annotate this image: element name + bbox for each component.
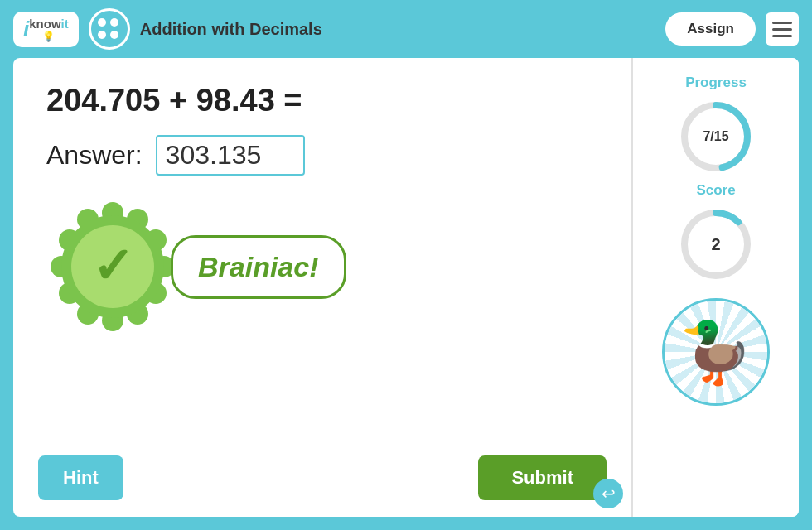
logo-it: it [61,17,69,31]
duck-emoji: 🦆 [679,317,753,388]
logo-i: i [23,17,29,42]
back-icon: ↩ [602,484,616,504]
progress-ring: 7/15 [679,99,753,174]
main-content: 204.705 + 98.43 = Answer: [13,58,799,517]
dice-dots [98,18,120,41]
score-value: 2 [711,235,720,254]
score-ring: 2 [679,207,753,282]
svg-text:✓: ✓ [92,238,133,294]
hamburger-line-2 [772,28,792,31]
app-logo: i know it 💡 [13,12,79,47]
progress-label: Progress [685,75,747,91]
sidebar: Progress 7/15 Score 2 🦆 [633,58,799,517]
dice-icon [89,8,130,50]
logo-know: know [29,17,60,31]
dot-1 [98,18,106,26]
scallop-svg: ✓ [46,200,179,333]
header-actions: Assign [665,12,799,46]
duck-mascot: 🦆 [662,298,770,406]
dot-2 [110,18,118,26]
dot-3 [98,31,106,39]
hamburger-line-3 [772,35,792,37]
logo-bulb: 💡 [29,31,69,42]
app-header: i know it 💡 Addition with Decimals Assig… [0,0,812,58]
hamburger-line-1 [772,22,792,24]
score-label: Score [696,182,735,199]
brainiac-label: Brainiac! [171,235,346,299]
submit-button[interactable]: Submit [478,455,607,500]
hamburger-button[interactable] [766,12,799,46]
progress-value: 7/15 [703,129,728,144]
math-equation: 204.705 + 98.43 = [46,83,598,118]
answer-row: Answer: [46,135,598,176]
back-button[interactable]: ↩ [593,479,623,508]
dot-4 [110,31,118,39]
page-title: Addition with Decimals [140,20,322,39]
assign-button[interactable]: Assign [665,12,756,46]
answer-input[interactable] [156,135,305,176]
logo-sub: know it 💡 [29,17,69,42]
bottom-bar: Hint Submit [38,455,607,500]
badge-circle: ✓ [46,200,179,333]
answer-label: Answer: [46,140,143,171]
question-area: 204.705 + 98.43 = Answer: [13,58,633,517]
feedback-area: ✓ Brainiac! [46,200,598,333]
hint-button[interactable]: Hint [38,455,123,500]
